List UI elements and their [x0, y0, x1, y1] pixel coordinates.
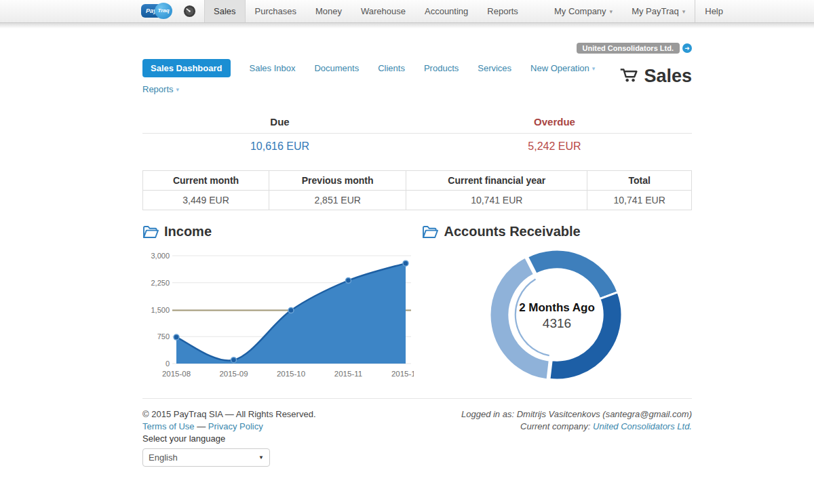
dashboard-gauge-icon[interactable] [178, 0, 204, 22]
due-overdue-panel: Due Overdue 10,616 EUR 5,242 EUR [142, 116, 692, 161]
shopping-cart-icon [619, 67, 638, 86]
tab-services[interactable]: Services [478, 63, 511, 73]
svg-text:3,000: 3,000 [151, 252, 170, 260]
open-folder-icon [422, 225, 438, 239]
page-title: Sales [619, 66, 692, 87]
receivable-donut-chart[interactable]: 2 Months Ago 4316 [486, 244, 628, 386]
tab-documents[interactable]: Documents [314, 63, 359, 73]
tab-sales-inbox[interactable]: Sales Inbox [250, 63, 296, 73]
accounts-receivable-section: Accounts Receivable 2 Months Ago 4316 [422, 224, 692, 386]
col-previous-month: Previous month [269, 171, 406, 191]
logo-traq-shape: Traq [155, 3, 172, 19]
nav-warehouse[interactable]: Warehouse [351, 0, 415, 22]
chevron-down-icon: ▾ [610, 8, 613, 15]
area-point-2015-12[interactable] [403, 260, 408, 266]
nav-help[interactable]: Help [695, 0, 733, 23]
overdue-header: Overdue [417, 116, 692, 128]
svg-text:2015-08: 2015-08 [162, 370, 191, 378]
open-folder-icon [142, 225, 159, 239]
privacy-policy-link[interactable]: Privacy Policy [208, 421, 263, 431]
previous-month-value: 2,851 EUR [269, 191, 406, 210]
my-company-label: My Company [554, 6, 606, 16]
tab-new-operation[interactable]: New Operation▾ [530, 63, 595, 73]
paytraq-logo[interactable]: Pay Traq [140, 0, 178, 22]
area-point-2015-09[interactable] [231, 357, 237, 363]
company-badge: United Consolidators Ltd. [577, 43, 680, 54]
income-section: Income 07501,5002,2503,0002015-082015-09… [142, 224, 419, 386]
area-point-2015-10[interactable] [288, 308, 294, 313]
total-value: 10,741 EUR [587, 191, 692, 210]
chevron-down-icon: ▾ [592, 65, 596, 72]
nav-money[interactable]: Money [306, 0, 351, 22]
nav-my-company[interactable]: My Company▾ [545, 0, 622, 23]
svg-text:0: 0 [166, 360, 170, 368]
language-label: Select your language [142, 433, 316, 445]
donut-center-value: 4316 [543, 316, 571, 330]
nav-purchases[interactable]: Purchases [246, 0, 306, 22]
col-current-financial-year: Current financial year [406, 171, 587, 191]
company-badge-row: United Consolidators Ltd. ➜ [142, 43, 692, 54]
area-point-2015-11[interactable] [346, 278, 351, 284]
top-navbar: Pay Traq Sales Purchases Money Warehouse… [0, 0, 814, 23]
page-title-text: Sales [644, 66, 692, 87]
nav-accounting[interactable]: Accounting [415, 0, 478, 22]
svg-text:2015-11: 2015-11 [334, 370, 362, 378]
svg-text:750: 750 [157, 332, 170, 341]
income-area-chart[interactable]: 07501,5002,2503,0002015-082015-092015-10… [142, 246, 414, 382]
link-separator: — [197, 421, 206, 431]
chevron-down-icon: ▾ [682, 8, 686, 15]
nav-my-paytraq[interactable]: My PayTraq▾ [622, 0, 695, 23]
svg-text:2015-12: 2015-12 [391, 370, 414, 378]
sales-tabs: Sales Dashboard Sales Inbox Documents Cl… [142, 59, 638, 101]
col-total: Total [587, 171, 692, 191]
nav-reports[interactable]: Reports [478, 0, 528, 22]
tab-reports[interactable]: Reports▾ [142, 84, 190, 94]
nav-sales[interactable]: Sales [204, 0, 246, 22]
gauge-icon [183, 5, 196, 18]
current-company-label: Current company: [520, 421, 590, 431]
logged-in-text: Logged in as: Dmitrijs Vasitcenkovs (san… [461, 408, 692, 421]
my-paytraq-label: My PayTraq [632, 6, 679, 16]
receivable-title: Accounts Receivable [444, 224, 580, 239]
table-row: 3,449 EUR 2,851 EUR 10,741 EUR 10,741 EU… [143, 191, 692, 210]
language-value: English [149, 452, 178, 464]
overdue-amount[interactable]: 5,242 EUR [528, 140, 581, 152]
select-caret-icon: ▼ [258, 452, 264, 464]
due-header: Due [142, 116, 417, 128]
svg-text:2015-10: 2015-10 [277, 370, 305, 378]
donut-slice-2-months-ago[interactable] [490, 257, 549, 380]
area-point-2015-08[interactable] [174, 334, 179, 340]
due-amount[interactable]: 10,616 EUR [250, 140, 309, 152]
col-current-month: Current month [143, 171, 269, 191]
current-month-value: 3,449 EUR [143, 191, 269, 210]
current-financial-year-value: 10,741 EUR [406, 191, 587, 210]
terms-of-use-link[interactable]: Terms of Use [142, 421, 195, 431]
copyright-text: © 2015 PayTraq SIA — All Rights Reserved… [142, 408, 316, 421]
svg-text:2,250: 2,250 [151, 279, 170, 287]
new-operation-label: New Operation [530, 63, 589, 73]
svg-text:1,500: 1,500 [151, 306, 170, 314]
donut-slice-current[interactable] [528, 250, 619, 299]
svg-text:2015-09: 2015-09 [219, 370, 248, 378]
tab-products[interactable]: Products [424, 63, 459, 73]
tab-clients[interactable]: Clients [378, 63, 405, 73]
switch-company-arrow-icon[interactable]: ➜ [682, 43, 692, 53]
table-header-row: Current month Previous month Current fin… [143, 171, 692, 191]
chevron-down-icon: ▾ [176, 86, 180, 93]
donut-center-label: 2 Months Ago [519, 301, 595, 314]
current-company-link[interactable]: United Consolidators Ltd. [593, 421, 692, 431]
income-title: Income [164, 224, 212, 239]
navbar-shadow [0, 23, 814, 28]
tab-sales-dashboard[interactable]: Sales Dashboard [142, 59, 231, 77]
sales-summary-table: Current month Previous month Current fin… [142, 170, 692, 210]
language-select[interactable]: English ▼ [142, 448, 270, 467]
donut-slices [490, 250, 622, 380]
reports-label: Reports [142, 84, 174, 94]
